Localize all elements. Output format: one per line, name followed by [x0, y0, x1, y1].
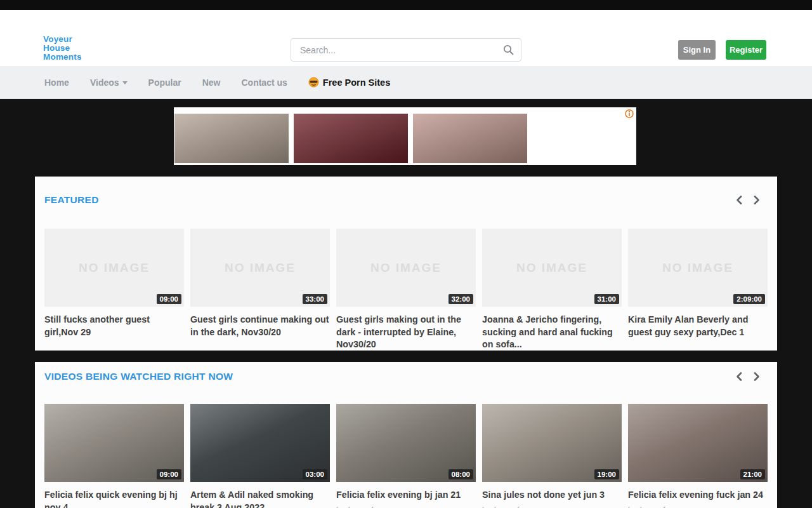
main-nav: Home Videos Popular New Contact us Free … [0, 66, 812, 99]
nav-item-home[interactable]: Home [44, 77, 69, 88]
nav-home-label: Home [44, 77, 69, 88]
video-thumbnail[interactable]: 21:00 [628, 404, 768, 482]
video-card: NO IMAGE 09:00 Still fucks another guest… [44, 229, 184, 351]
video-card: NO IMAGE 31:00 Joanna & Jericho fingerin… [482, 229, 622, 351]
chevron-down-icon [122, 81, 128, 84]
duration-badge: 19:00 [594, 469, 619, 479]
video-card: 21:00 Felicia felix evening fuck jan 24 … [628, 404, 768, 508]
video-meta[interactable]: bedroom f [482, 505, 622, 508]
nav-popular-label: Popular [148, 77, 181, 88]
video-thumbnail[interactable]: 19:00 [482, 404, 622, 482]
no-image-watermark: NO IMAGE [516, 261, 587, 275]
video-thumbnail[interactable]: NO IMAGE 32:00 [336, 229, 476, 307]
nav-item-free-porn-sites[interactable]: Free Porn Sites [308, 77, 390, 88]
no-image-watermark: NO IMAGE [225, 261, 296, 275]
duration-badge: 09:00 [157, 469, 181, 479]
register-button[interactable]: Register [726, 40, 766, 60]
emoji-face-icon [308, 77, 319, 88]
nav-item-popular[interactable]: Popular [148, 77, 181, 88]
duration-badge: 09:00 [157, 294, 181, 304]
nav-item-new[interactable]: New [202, 77, 221, 88]
nav-item-videos[interactable]: Videos [90, 77, 128, 88]
prev-arrow-icon[interactable] [735, 371, 745, 382]
no-image-watermark: NO IMAGE [79, 261, 150, 275]
video-thumbnail[interactable]: NO IMAGE 33:00 [190, 229, 330, 307]
video-card: 19:00 Sina jules not done yet jun 3 bedr… [482, 404, 622, 508]
duration-badge: 31:00 [594, 294, 619, 304]
duration-badge: 32:00 [449, 294, 473, 304]
next-arrow-icon[interactable] [751, 371, 761, 382]
video-card: NO IMAGE 2:09:00 Kira Emily Alan Beverly… [628, 229, 768, 351]
video-card: NO IMAGE 32:00 Guest girls making out in… [336, 229, 476, 351]
watched-section: VIDEOS BEING WATCHED RIGHT NOW 09:00 Fel… [35, 362, 777, 508]
duration-badge: 21:00 [740, 469, 765, 479]
no-image-watermark: NO IMAGE [662, 261, 733, 275]
ad-thumbnail[interactable] [413, 114, 527, 163]
video-thumbnail[interactable]: NO IMAGE 09:00 [44, 229, 184, 307]
ad-thumbnail[interactable] [174, 114, 289, 163]
section-gap [0, 351, 812, 362]
duration-badge: 03:00 [303, 469, 327, 479]
prev-arrow-icon[interactable] [735, 195, 745, 205]
featured-title: FEATURED [44, 194, 99, 206]
video-title[interactable]: Still fucks another guest girl,Nov 29 [44, 314, 184, 338]
video-thumbnail[interactable]: 09:00 [44, 404, 184, 482]
video-thumbnail[interactable]: 03:00 [190, 404, 330, 482]
video-title[interactable]: Felicia felix evening bj jan 21 [336, 489, 476, 502]
nav-videos-label: Videos [90, 77, 119, 88]
nav-contact-label: Contact us [241, 77, 287, 88]
duration-badge: 33:00 [303, 294, 327, 304]
next-arrow-icon[interactable] [751, 195, 761, 205]
video-title[interactable]: Artem & Adil naked smoking break 3 Aug 2… [190, 489, 330, 508]
duration-badge: 2:09:00 [733, 294, 765, 304]
video-card: 09:00 Felicia felix quick evening bj hj … [44, 404, 184, 508]
search-bar [291, 38, 521, 62]
nav-new-label: New [202, 77, 221, 88]
video-title[interactable]: Kira Emily Alan Beverly and guest guy se… [628, 314, 768, 338]
free-porn-sites-label: Free Porn Sites [323, 77, 390, 88]
site-header: Voyeur House Moments Sign In Register [0, 10, 812, 66]
video-title[interactable]: Felicia felix quick evening bj hj nov 4 [44, 489, 184, 508]
ad-band [0, 99, 812, 177]
watched-carousel-arrows [735, 371, 761, 382]
logo-line-3: Moments [43, 53, 82, 62]
watched-title: VIDEOS BEING WATCHED RIGHT NOW [44, 371, 233, 382]
video-thumbnail[interactable]: 08:00 [336, 404, 476, 482]
sign-in-button[interactable]: Sign In [678, 40, 716, 60]
ad-thumbnail[interactable] [294, 114, 408, 163]
featured-carousel-arrows [735, 195, 761, 205]
featured-section: FEATURED NO IMAGE 09:00 Still fucks anot… [35, 177, 777, 351]
video-meta[interactable]: bedroom f [628, 505, 768, 508]
ad-container [174, 107, 636, 165]
video-title[interactable]: Sina jules not done yet jun 3 [482, 489, 622, 502]
video-title[interactable]: Guest girls making out in the dark - int… [336, 314, 476, 351]
video-title[interactable]: Guest girls continue making out in the d… [190, 314, 330, 338]
video-card: 08:00 Felicia felix evening bj jan 21 be… [336, 404, 476, 508]
video-card: NO IMAGE 33:00 Guest girls continue maki… [190, 229, 330, 351]
site-logo[interactable]: Voyeur House Moments [43, 35, 82, 62]
video-thumbnail[interactable]: NO IMAGE 2:09:00 [628, 229, 768, 307]
duration-badge: 08:00 [449, 469, 473, 479]
logo-line-1: Voyeur [43, 35, 82, 44]
logo-line-2: House [43, 44, 82, 53]
ad-info-icon[interactable] [625, 109, 634, 118]
top-strip [0, 0, 812, 10]
video-thumbnail[interactable]: NO IMAGE 31:00 [482, 229, 622, 307]
video-title[interactable]: Felicia felix evening fuck jan 24 [628, 489, 768, 502]
ad-thumbnails [174, 114, 527, 163]
search-input[interactable] [291, 38, 521, 62]
no-image-watermark: NO IMAGE [370, 261, 442, 275]
search-icon[interactable] [503, 44, 514, 55]
nav-item-contact[interactable]: Contact us [241, 77, 287, 88]
video-card: 03:00 Artem & Adil naked smoking break 3… [190, 404, 330, 508]
video-meta[interactable]: bedroom f [336, 505, 476, 508]
video-title[interactable]: Joanna & Jericho fingering, sucking and … [482, 314, 622, 351]
